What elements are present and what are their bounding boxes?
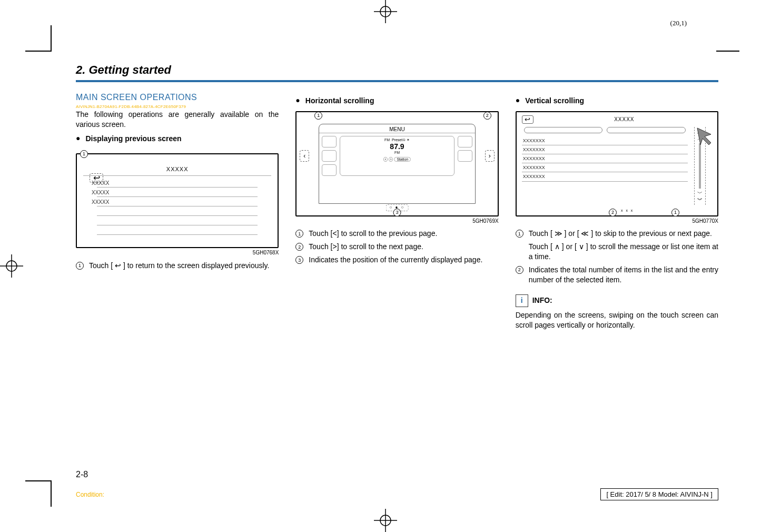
num-item-2: 2 Touch [>] to scroll to the next page. (295, 242, 498, 252)
title-rule (76, 80, 718, 82)
num-item-1: 1 Touch [ ≫ ] or [ ≪ ] to skip to the pr… (516, 229, 718, 239)
pager-text: x x x (621, 208, 634, 213)
page-content: 2. Getting started MAIN SCREEN OPERATION… (76, 63, 718, 485)
tab-icon (524, 127, 603, 133)
frequency-value: 87.9 (341, 143, 452, 150)
figure-title: XXXXX (83, 165, 271, 173)
circled-1-icon: 1 (76, 262, 84, 270)
callout-1-icon: 1 (671, 209, 679, 216)
cursor-arrow-icon (696, 127, 717, 148)
list-item: XXXXXXX (522, 154, 688, 163)
circled-1-icon: 1 (516, 230, 523, 238)
figure-caption: 5GH0770X (516, 218, 718, 225)
num-text: Touch [ ↩ ] to return to the screen disp… (89, 261, 279, 271)
num-text: Touch [ ≫ ] or [ ≪ ] to skip to the prev… (529, 229, 718, 239)
column-3: ● Vertical scrolling ↩ XXXXX XXXXXXX XXX… (516, 92, 718, 330)
info-text: Depending on the screens, swiping on the… (516, 310, 718, 330)
circled-1-icon: 1 (295, 230, 303, 238)
chapter-title: 2. Getting started (76, 63, 718, 77)
fm-label: FM (384, 138, 390, 142)
circled-2-icon: 2 (295, 243, 303, 251)
tune-down-icon: ‹ (383, 157, 388, 162)
figure-title: XXXXX (537, 116, 712, 123)
scrollbar-track (699, 143, 701, 189)
num-text: Indicates the position of the currently … (309, 255, 498, 265)
list-item: XXXXX (92, 189, 109, 196)
list-item: XXXXX (92, 199, 109, 206)
num-text: Indicates the total number of items in t… (529, 265, 718, 285)
crop-mark (51, 25, 52, 52)
list-item: XXXXX (92, 180, 109, 187)
info-box: i INFO: (516, 294, 718, 307)
numbered-list: 1 Touch [ ↩ ] to return to the screen di… (76, 261, 279, 271)
thumbnail-icon (322, 136, 337, 147)
bullet-dot-icon: ● (516, 96, 520, 106)
section-title: MAIN SCREEN OPERATIONS (76, 92, 279, 103)
chevron-down-icon: ﹀ (697, 190, 703, 197)
num-item-2: 2 Indicates the total number of items in… (516, 265, 718, 285)
bullet-dot-icon: ● (295, 96, 300, 106)
num-item-1: 1 Touch [ ↩ ] to return to the screen di… (76, 261, 279, 271)
column-2: ● Horizontal scrolling 1 2 3 ‹ › MENU (295, 92, 498, 330)
list-item: XXXXXXX (522, 172, 688, 181)
crop-mark (25, 480, 52, 481)
figure-previous-screen: ↩ XXXXX XXXXX XXXXX XXXXX (76, 153, 279, 248)
crop-mark (25, 51, 52, 52)
preset-label: Preset① (392, 138, 406, 142)
column-1: MAIN SCREEN OPERATIONS AIVINJN1-B2704A91… (76, 92, 279, 330)
figure-vertical-scrolling: ↩ XXXXX XXXXXXX XXXXXXX XXXXXXX XXXXXXX … (516, 111, 718, 216)
thumbnail-icon (458, 136, 472, 147)
bullet-dot-icon: ● (76, 134, 80, 144)
num-text: Touch [<] to scroll to the previous page… (309, 229, 498, 239)
bullet-displaying-previous: ● Displaying previous screen (76, 134, 279, 144)
tab-icon (607, 127, 686, 133)
edit-info: [ Edit: 2017/ 5/ 8 Model: AIVINJ-N ] (600, 488, 718, 500)
tune-up-icon: › (389, 157, 393, 162)
callout-2-icon: 2 (609, 209, 617, 216)
fm-sublabel: FM (341, 150, 452, 155)
crop-mark (716, 51, 739, 52)
double-chevron-down-icon: ︾ (697, 196, 703, 204)
circled-2-icon: 2 (516, 266, 523, 274)
intro-paragraph: The following operations are generally a… (76, 110, 279, 130)
thumbnail-icon (458, 150, 472, 162)
back-icon: ↩ (522, 115, 533, 124)
num-item-1b: Touch [ ∧ ] or [ ∨ ] to scroll the messa… (516, 242, 718, 262)
bullet-vertical-scrolling: ● Vertical scrolling (516, 96, 718, 106)
thumbnail-icon (322, 164, 337, 176)
registration-mark-top (370, 0, 401, 23)
bullet-label: Horizontal scrolling (305, 96, 374, 106)
num-text: Touch [>] to scroll to the next page. (309, 242, 498, 252)
info-label: INFO: (532, 295, 552, 306)
thumbnail-icon (322, 150, 337, 162)
section-code: AIVINJN1-B2704A91-F2DB-44B4-827A-4CF2E65… (76, 104, 279, 110)
chevron-right-icon: › (485, 150, 495, 162)
list-item: XXXXXXX (522, 145, 688, 154)
page-indicator-icon: ○ ● ○ (386, 204, 409, 211)
num-text: Touch [ ∧ ] or [ ∨ ] to scroll the messa… (529, 242, 718, 262)
numbered-list: 1 Touch [<] to scroll to the previous pa… (295, 229, 498, 265)
figure-horizontal-scrolling: 1 2 3 ‹ › MENU FM Preset① ✶ (295, 111, 498, 216)
list-item: XXXXXXX (522, 136, 688, 145)
registration-mark-bottom (370, 509, 401, 532)
page-number-bottom: 2-8 (76, 470, 88, 479)
num-item-1: 1 Touch [<] to scroll to the previous pa… (295, 229, 498, 239)
bullet-label: Vertical scrolling (525, 96, 584, 106)
registration-mark-left (0, 250, 23, 282)
condition-label: Condition: (76, 491, 104, 498)
figure-caption: 5GH0768X (76, 249, 279, 257)
circled-3-icon: 3 (295, 256, 303, 264)
svg-marker-9 (697, 128, 711, 145)
callout-1-icon: 1 (80, 150, 88, 158)
num-item-3: 3 Indicates the position of the currentl… (295, 255, 498, 265)
page-number-top: (20,1) (670, 19, 687, 27)
columns: MAIN SCREEN OPERATIONS AIVINJN1-B2704A91… (76, 92, 718, 330)
callout-1-icon: 1 (314, 112, 322, 120)
chevron-left-icon: ‹ (300, 150, 309, 162)
station-label: Station (394, 157, 411, 162)
menu-title: MENU (319, 124, 475, 134)
list-item: XXXXXXX (522, 163, 688, 172)
callout-2-icon: 2 (483, 112, 491, 120)
crop-mark (51, 480, 52, 507)
bullet-label: Displaying previous screen (85, 134, 181, 144)
